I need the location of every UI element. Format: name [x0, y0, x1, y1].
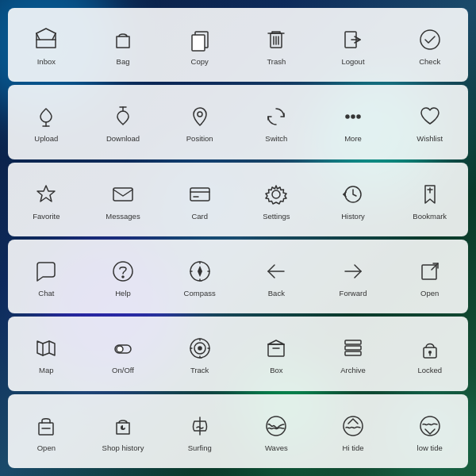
- bag-item[interactable]: Bag: [85, 24, 162, 66]
- copy-item[interactable]: Copy: [161, 24, 238, 66]
- surfing-icon: [184, 410, 216, 442]
- chat-item[interactable]: Chat: [8, 255, 85, 298]
- box-icon: [260, 332, 292, 364]
- box-item[interactable]: Box: [238, 332, 315, 374]
- row-4: Chat Help Compass Back Forward: [8, 240, 468, 313]
- history-label: History: [341, 212, 365, 221]
- messages-icon: [107, 178, 139, 210]
- favorite-label: Favorite: [33, 212, 60, 221]
- svg-rect-22: [190, 188, 209, 201]
- favorite-item[interactable]: Favorite: [8, 178, 85, 221]
- forward-label: Forward: [340, 289, 367, 298]
- compass-item[interactable]: Compass: [161, 255, 238, 298]
- waves-icon: [260, 410, 292, 442]
- shophistory-item[interactable]: Shop history: [85, 410, 162, 452]
- svg-marker-42: [37, 341, 55, 355]
- forward-item[interactable]: Forward: [315, 255, 392, 298]
- copy-icon: [184, 24, 216, 56]
- open2-item[interactable]: Open: [8, 410, 85, 452]
- track-item[interactable]: Track: [161, 332, 238, 374]
- card-icon: [184, 178, 216, 210]
- hitide-item[interactable]: Hi tide: [315, 410, 392, 452]
- archive-item[interactable]: Archive: [315, 332, 392, 374]
- trash-item[interactable]: Trash: [238, 24, 315, 66]
- download-item[interactable]: Download: [85, 101, 162, 143]
- history-icon: [337, 178, 369, 210]
- waves-item[interactable]: Waves: [238, 410, 315, 452]
- onoff-item[interactable]: On/Off: [85, 332, 162, 374]
- help-label: Help: [115, 289, 131, 298]
- switch-label: Switch: [265, 134, 287, 143]
- map-label: Map: [39, 366, 53, 374]
- open-label: Open: [420, 289, 439, 298]
- history-item[interactable]: History: [315, 178, 392, 221]
- more-icon: [337, 101, 369, 132]
- svg-rect-58: [345, 346, 361, 350]
- settings-item[interactable]: Settings: [238, 178, 315, 221]
- map-item[interactable]: Map: [8, 332, 85, 374]
- copy-label: Copy: [191, 57, 209, 66]
- inbox-icon: [30, 24, 62, 56]
- bag-label: Bag: [117, 57, 130, 66]
- logout-icon: [337, 24, 369, 56]
- trash-label: Trash: [267, 57, 286, 66]
- card-item[interactable]: Card: [161, 178, 238, 221]
- bookmark-item[interactable]: Bookmark: [391, 178, 468, 221]
- wishlist-label: Wishlist: [416, 134, 443, 143]
- help-item[interactable]: Help: [85, 255, 162, 298]
- chat-label: Chat: [38, 289, 54, 298]
- open-item[interactable]: Open: [391, 255, 468, 298]
- svg-line-41: [432, 263, 438, 270]
- locked-label: Locked: [417, 366, 442, 374]
- compass-icon: [184, 255, 216, 287]
- back-label: Back: [268, 289, 285, 298]
- wishlist-item[interactable]: Wishlist: [391, 101, 468, 143]
- position-icon: [184, 101, 216, 132]
- back-item[interactable]: Back: [238, 255, 315, 298]
- row-1: Inbox Bag Copy Trash Logout: [8, 8, 468, 82]
- inbox-label: Inbox: [37, 57, 56, 66]
- lowtide-item[interactable]: low tide: [391, 410, 468, 452]
- more-item[interactable]: More: [315, 101, 392, 143]
- svg-point-67: [420, 416, 440, 436]
- track-icon: [184, 332, 216, 364]
- row-3: Favorite Messages Card Settings History: [8, 163, 468, 236]
- open2-icon: [30, 410, 62, 442]
- logout-item[interactable]: Logout: [315, 24, 392, 66]
- position-item[interactable]: Position: [161, 101, 238, 143]
- switch-item[interactable]: Switch: [238, 101, 315, 143]
- archive-label: Archive: [340, 366, 366, 374]
- row-6: Open Shop history Surfing Waves Hi tide: [8, 394, 468, 468]
- settings-label: Settings: [263, 212, 290, 221]
- check-item[interactable]: Check: [391, 24, 468, 66]
- svg-rect-57: [345, 340, 361, 344]
- upload-label: Upload: [34, 134, 58, 143]
- svg-point-19: [357, 115, 360, 118]
- help-icon: [107, 255, 139, 287]
- card-label: Card: [191, 212, 208, 221]
- download-icon: [107, 101, 139, 132]
- logout-label: Logout: [341, 57, 364, 66]
- inbox-item[interactable]: Inbox: [8, 24, 85, 66]
- hitide-icon: [337, 410, 369, 442]
- compass-label: Compass: [184, 289, 216, 298]
- hitide-label: Hi tide: [343, 443, 364, 452]
- messages-item[interactable]: Messages: [85, 178, 162, 221]
- svg-point-11: [420, 30, 440, 49]
- trash-icon: [260, 24, 292, 56]
- svg-point-31: [122, 276, 124, 278]
- open2-label: Open: [37, 443, 56, 452]
- svg-point-18: [351, 115, 355, 118]
- settings-icon: [260, 178, 292, 210]
- svg-point-16: [198, 112, 202, 117]
- upload-item[interactable]: Upload: [8, 101, 85, 143]
- bag-icon: [107, 24, 139, 56]
- open-icon: [414, 255, 446, 287]
- locked-item[interactable]: Locked: [391, 332, 468, 374]
- svg-marker-20: [37, 186, 55, 202]
- bookmark-icon: [414, 178, 446, 210]
- svg-point-65: [267, 416, 286, 436]
- chat-icon: [30, 255, 62, 287]
- surfing-item[interactable]: Surfing: [161, 410, 238, 452]
- row-5: Map On/Off Track Box Archive: [8, 317, 468, 390]
